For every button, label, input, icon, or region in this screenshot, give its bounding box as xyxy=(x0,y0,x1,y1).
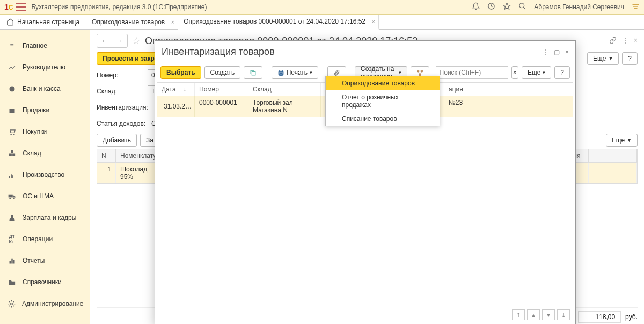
dialog-help-button[interactable]: ? xyxy=(554,66,570,79)
more-vertical-icon[interactable]: ⋮ xyxy=(542,48,548,56)
svg-rect-12 xyxy=(12,153,15,156)
more-label: Еще xyxy=(593,55,606,62)
svg-point-20 xyxy=(11,215,13,218)
close-icon[interactable]: × xyxy=(565,48,569,56)
forward-button[interactable]: → xyxy=(112,34,127,47)
sidebar-label: Продажи xyxy=(23,106,49,114)
sidebar-label: Зарплата и кадры xyxy=(23,214,76,221)
scroll-top-icon[interactable]: ⤒ xyxy=(512,309,525,320)
close-icon[interactable]: × xyxy=(634,37,638,46)
help-button[interactable]: ? xyxy=(622,52,638,65)
sidebar-item-operations[interactable]: ДтКтОперации xyxy=(0,228,90,250)
more-label: Еще xyxy=(612,136,625,144)
add-button[interactable]: Добавить xyxy=(97,134,137,147)
sidebar-item-main[interactable]: ≡Главное xyxy=(0,35,90,56)
history-icon[interactable] xyxy=(487,2,495,12)
tab-home[interactable]: Начальная страница xyxy=(0,15,86,29)
truck-icon xyxy=(8,192,16,200)
chart-icon xyxy=(8,63,16,71)
col-item: Номенклатур xyxy=(116,149,159,162)
copy-button[interactable] xyxy=(244,66,262,79)
dialog-title: Инвентаризация товаров xyxy=(162,46,542,57)
warehouse-label: Склад: xyxy=(97,88,148,95)
svg-line-32 xyxy=(418,71,420,73)
logo-1c: 1C xyxy=(4,3,13,11)
menu-item-retail-report[interactable]: Отчет о розничных продажах xyxy=(326,90,440,112)
sidebar-item-admin[interactable]: Администрирование xyxy=(0,293,90,314)
sidebar-item-manager[interactable]: Руководителю xyxy=(0,56,90,78)
tab-label: Оприходование товаров xyxy=(92,18,165,26)
number-label: Номер: xyxy=(97,71,148,79)
svg-rect-15 xyxy=(11,174,12,178)
create-button[interactable]: Создать xyxy=(204,66,241,79)
svg-point-9 xyxy=(11,134,11,134)
more-vertical-icon[interactable]: ⋮ xyxy=(622,37,628,46)
sidebar-item-refs[interactable]: Справочники xyxy=(0,271,90,293)
cell-number: 0000-000001 xyxy=(195,96,248,117)
sidebar-item-bank[interactable]: Банк и касса xyxy=(0,78,90,99)
svg-point-19 xyxy=(13,198,15,199)
sidebar-item-assets[interactable]: ОС и НМА xyxy=(0,185,90,207)
select-button[interactable]: Выбрать xyxy=(160,66,201,79)
tab-item-active[interactable]: Оприходование товаров 0000-000001 от 24.… xyxy=(178,15,379,30)
sidebar-item-sales[interactable]: Продажи xyxy=(0,99,90,121)
hamburger-icon[interactable] xyxy=(16,3,26,11)
more-button-2[interactable]: Еще ▼ xyxy=(606,134,638,147)
dialog-footer-nav: ⤒ ▲ ▼ ⤓ xyxy=(512,309,570,320)
nav-buttons: ← → xyxy=(97,34,128,48)
print-button[interactable]: Печать ▾ xyxy=(272,66,318,79)
sidebar-item-purchases[interactable]: Покупки xyxy=(0,121,90,142)
sidebar-item-warehouse[interactable]: Склад xyxy=(0,142,90,164)
search-input[interactable] xyxy=(436,66,508,79)
col-org[interactable]: ация xyxy=(444,83,573,96)
col-date[interactable]: Дата ↓ xyxy=(157,83,195,96)
svg-marker-1 xyxy=(504,3,511,9)
close-icon[interactable]: × xyxy=(372,18,375,25)
income-label: Статья доходов: xyxy=(97,120,148,127)
svg-rect-22 xyxy=(11,258,13,263)
star-icon[interactable] xyxy=(503,2,511,12)
sidebar-item-reports[interactable]: Отчеты xyxy=(0,250,90,271)
scroll-down-icon[interactable]: ▼ xyxy=(542,309,555,320)
svg-rect-16 xyxy=(12,175,13,178)
user-menu-icon[interactable] xyxy=(632,3,640,11)
col-number[interactable]: Номер xyxy=(195,83,248,96)
sidebar-label: Справочники xyxy=(23,278,62,286)
sidebar-label: ОС и НМА xyxy=(23,192,54,200)
link-icon[interactable] xyxy=(609,37,617,46)
sidebar-label: Администрирование xyxy=(22,300,83,307)
menu-item-writeoff[interactable]: Списание товаров xyxy=(326,112,440,126)
cell-date: 31.03.2… xyxy=(164,103,192,110)
maximize-icon[interactable]: ▢ xyxy=(554,48,560,56)
back-button[interactable]: ← xyxy=(97,34,112,47)
favorite-star-icon[interactable]: ☆ xyxy=(132,35,141,47)
svg-rect-14 xyxy=(9,176,10,178)
create-based-menu: Оприходование товаров Отчет о розничных … xyxy=(325,76,440,126)
more-label: Еще xyxy=(528,69,540,76)
gear-icon xyxy=(8,299,16,308)
cell-n: 1 xyxy=(97,163,116,183)
bell-icon[interactable] xyxy=(472,2,480,12)
menu-item-receipt[interactable]: Оприходование товаров xyxy=(326,76,440,90)
scroll-bottom-icon[interactable]: ⤓ xyxy=(557,309,570,320)
tab-label: Оприходование товаров 0000-000001 от 24.… xyxy=(184,18,365,25)
sidebar-label: Покупки xyxy=(23,128,47,135)
svg-rect-17 xyxy=(8,194,12,197)
tab-item[interactable]: Оприходование товаров × xyxy=(86,15,178,29)
app-title: Бухгалтерия предприятия, редакция 3.0 (1… xyxy=(31,3,472,11)
col-warehouse[interactable]: Склад xyxy=(248,83,321,96)
sidebar-item-production[interactable]: Производство xyxy=(0,164,90,185)
bars-icon xyxy=(8,256,16,265)
more-button[interactable]: Еще ▼ xyxy=(587,52,619,65)
scroll-up-icon[interactable]: ▲ xyxy=(527,309,540,320)
close-icon[interactable]: × xyxy=(171,19,174,25)
svg-rect-13 xyxy=(11,150,13,153)
clear-search-button[interactable]: × xyxy=(511,66,518,79)
search-icon[interactable] xyxy=(518,2,526,12)
sidebar-label: Производство xyxy=(23,171,64,178)
sidebar-item-hr[interactable]: Зарплата и кадры xyxy=(0,207,90,228)
content-area: ← → ☆ Оприходование товаров 0000-000001 … xyxy=(90,30,644,324)
dialog-more-button[interactable]: Еще ▾ xyxy=(522,66,551,79)
inventory-dialog: Инвентаризация товаров ⋮ ▢ × Выбрать Соз… xyxy=(155,40,576,324)
user-name[interactable]: Абрамов Геннадий Сергеевич xyxy=(534,3,624,11)
